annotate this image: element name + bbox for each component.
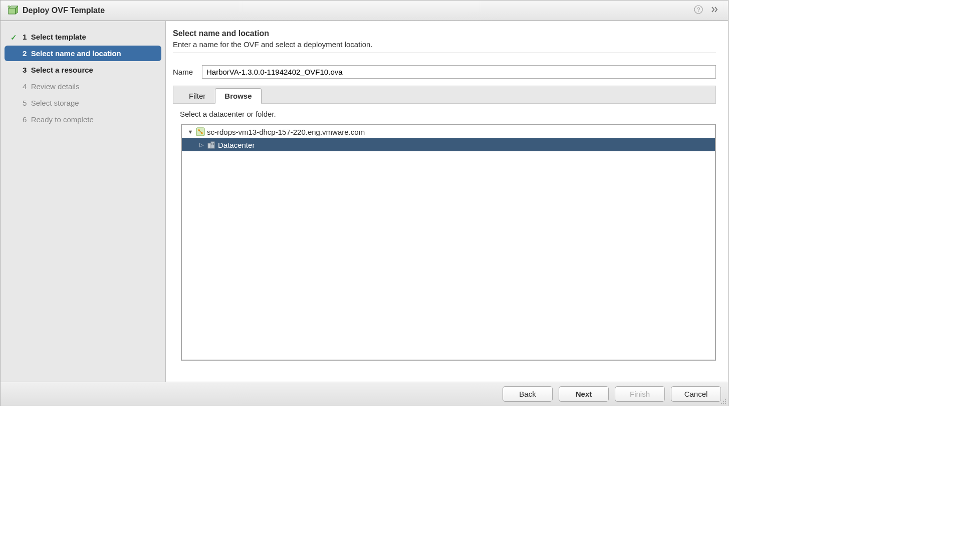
- step-num: 4: [23, 82, 27, 91]
- collapse-toggle-icon[interactable]: ▼: [187, 129, 194, 135]
- step-select-resource[interactable]: 3 Select a resource: [5, 62, 161, 78]
- checkmark-icon: ✓: [11, 33, 17, 42]
- tree-node-datacenter[interactable]: ▷ Datacenter: [182, 138, 715, 151]
- title-bar: + Deploy OVF Template ?: [1, 1, 728, 21]
- step-select-template[interactable]: ✓ 1 Select template: [5, 29, 161, 45]
- divider: [173, 53, 716, 53]
- ovf-box-icon: +: [7, 5, 19, 17]
- svg-rect-12: [213, 143, 214, 144]
- step-select-name-location[interactable]: 2 Select name and location: [5, 46, 161, 61]
- step-ready-complete: 6 Ready to complete: [5, 112, 161, 127]
- step-label: Select a resource: [31, 66, 93, 74]
- svg-point-19: [723, 403, 724, 404]
- svg-point-17: [725, 401, 726, 402]
- tree-node-label: Datacenter: [218, 141, 255, 149]
- step-num: 5: [23, 99, 27, 107]
- main-panel: Select name and location Enter a name fo…: [166, 21, 728, 382]
- section-description: Enter a name for the OVF and select a de…: [173, 40, 716, 49]
- datacenter-icon: [207, 140, 216, 149]
- svg-point-18: [721, 403, 722, 404]
- svg-rect-11: [211, 143, 212, 144]
- step-label: Select template: [31, 33, 86, 41]
- tab-filter[interactable]: Filter: [179, 88, 215, 104]
- svg-rect-13: [211, 144, 212, 145]
- tabs-bar: Filter Browse: [173, 86, 716, 104]
- name-input[interactable]: [202, 65, 716, 79]
- back-button[interactable]: Back: [503, 386, 553, 402]
- tree-node-host[interactable]: ▼ sc-rdops-vm13-dhcp-157-220.eng.vmware.…: [182, 125, 715, 138]
- tab-browse[interactable]: Browse: [215, 88, 261, 104]
- step-label: Review details: [31, 82, 80, 91]
- step-select-storage: 5 Select storage: [5, 95, 161, 111]
- finish-button: Finish: [615, 386, 665, 402]
- step-num: 3: [23, 66, 27, 74]
- svg-point-15: [725, 399, 726, 400]
- vcenter-host-icon: [196, 127, 205, 136]
- step-label: Select name and location: [31, 49, 121, 58]
- svg-point-20: [725, 403, 726, 404]
- svg-text:+: +: [8, 5, 11, 10]
- dialog-footer: Back Next Finish Cancel: [1, 382, 728, 406]
- name-label: Name: [173, 68, 197, 76]
- svg-rect-9: [208, 143, 211, 148]
- step-num: 6: [23, 115, 27, 124]
- browse-instruction: Select a datacenter or folder.: [180, 110, 716, 118]
- deploy-ovf-dialog: + Deploy OVF Template ? ✓ 1 Select templ…: [0, 0, 729, 406]
- dialog-title: Deploy OVF Template: [23, 6, 688, 15]
- step-num: 2: [23, 49, 27, 58]
- svg-rect-14: [213, 144, 214, 145]
- location-tree[interactable]: ▼ sc-rdops-vm13-dhcp-157-220.eng.vmware.…: [181, 124, 716, 361]
- expand-toggle-icon[interactable]: ▷: [198, 142, 205, 148]
- section-heading: Select name and location: [173, 29, 716, 38]
- svg-point-16: [723, 401, 724, 402]
- step-label: Ready to complete: [31, 115, 94, 124]
- cancel-button[interactable]: Cancel: [671, 386, 721, 402]
- expand-arrows-icon[interactable]: [709, 6, 722, 15]
- wizard-steps-sidebar: ✓ 1 Select template 2 Select name and lo…: [1, 21, 166, 382]
- svg-text:?: ?: [697, 7, 700, 13]
- tree-node-label: sc-rdops-vm13-dhcp-157-220.eng.vmware.co…: [207, 128, 365, 136]
- step-num: 1: [23, 33, 27, 41]
- step-label: Select storage: [31, 99, 79, 107]
- next-button[interactable]: Next: [559, 386, 609, 402]
- step-review-details: 4 Review details: [5, 79, 161, 94]
- help-icon[interactable]: ?: [692, 5, 705, 16]
- resize-grip-icon[interactable]: [720, 398, 727, 405]
